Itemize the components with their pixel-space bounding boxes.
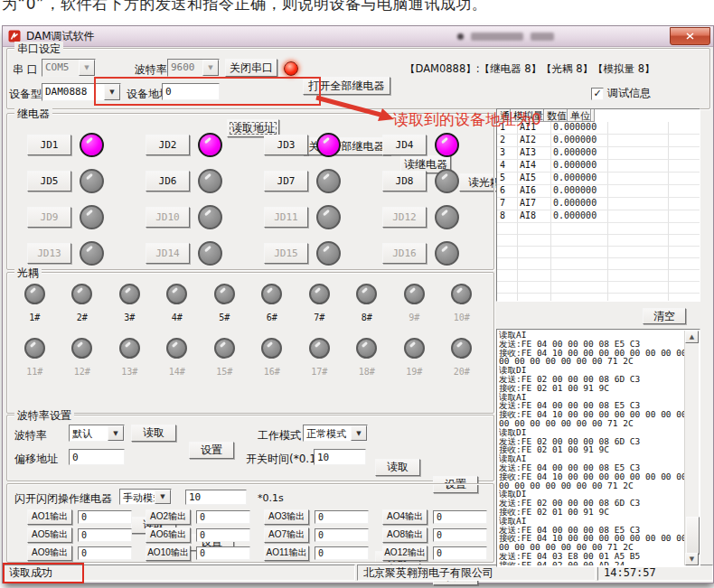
chevron-down-icon[interactable]: ▼	[108, 425, 124, 441]
work-mode-label: 工作模式	[258, 428, 301, 443]
baud-rate-label: 波特率	[135, 62, 167, 78]
analog-table-body: 1 AI1 0.000000 2 AI2 0.000000 3	[497, 122, 700, 223]
chevron-down-icon[interactable]: ▼	[155, 490, 171, 504]
ao-value-input[interactable]	[196, 528, 250, 542]
relay-button[interactable]: JD3	[264, 135, 308, 155]
ao-value-input[interactable]	[433, 546, 487, 560]
relay-button[interactable]: JD14	[146, 243, 190, 264]
opto-led-icon	[451, 284, 472, 304]
table-row[interactable]: 7 AI7 0.000000	[497, 198, 700, 210]
scrollbar-thumb[interactable]	[686, 517, 700, 555]
log-box[interactable]: 读取AI发送:FE 04 00 00 00 08 E5 C3接收:FE 04 1…	[496, 329, 700, 567]
baud-rate-select[interactable]: 9600 ▼	[167, 59, 220, 77]
opto-cell: 17#	[309, 338, 330, 392]
offset-address-input[interactable]	[69, 449, 125, 465]
ao-output-button[interactable]: AO1输出	[27, 509, 72, 525]
analog-table-header-cell[interactable]: 单位	[568, 109, 591, 122]
relay-button[interactable]: JD12	[382, 207, 427, 228]
relay-button[interactable]: JD10	[146, 207, 190, 228]
ao-output-button[interactable]: AO3输出	[264, 509, 309, 525]
clear-log-button[interactable]: 清空	[643, 308, 686, 324]
relay-button[interactable]: JD4	[382, 135, 427, 155]
ao-value-input[interactable]	[315, 546, 369, 560]
serial-port-select[interactable]: COM5 ▼	[42, 59, 96, 77]
opto-led-icon	[404, 338, 425, 359]
relay-led-icon	[80, 241, 104, 266]
value-cell: 0.000000	[550, 122, 607, 134]
table-row[interactable]: 2 AI2 0.000000	[497, 135, 700, 147]
group-baud-settings-label: 波特率设置	[14, 408, 74, 424]
relay-button[interactable]: JD8	[382, 171, 427, 191]
work-mode-select[interactable]: 正常模式 ▼	[303, 425, 368, 442]
opto-grid: 1# 2# 3# 4#	[11, 284, 485, 392]
ao-value-input[interactable]	[315, 528, 369, 542]
opto-cell: 15#	[214, 338, 235, 392]
relay-button[interactable]: JD9	[27, 207, 71, 228]
ao-output-button[interactable]: AO4输出	[382, 509, 427, 525]
relay-button[interactable]: JD2	[146, 135, 190, 155]
chevron-down-icon[interactable]: ▼	[79, 60, 95, 76]
analog-table-header-cell[interactable]	[591, 109, 595, 122]
opto-led-icon	[71, 284, 92, 304]
relay-led-icon	[435, 241, 459, 266]
ao-value-input[interactable]	[196, 546, 250, 560]
scroll-down-icon[interactable]: ▼	[685, 553, 699, 565]
log-scrollbar[interactable]: ▲ ▼	[684, 331, 699, 565]
flash-time-input[interactable]	[185, 490, 247, 505]
ao-output-button[interactable]: AO5输出	[27, 527, 72, 543]
relay-led-icon	[198, 133, 222, 157]
ao-value-input[interactable]	[78, 510, 132, 524]
opto-cell: 12#	[71, 338, 92, 392]
ao-output-button[interactable]: AO9输出	[27, 546, 72, 561]
table-row[interactable]: 4 AI4 0.000000	[497, 160, 700, 173]
ao-output-button[interactable]: AO11输出	[264, 546, 309, 561]
ao-value-input[interactable]	[196, 510, 250, 524]
ao-output-button[interactable]: AO2输出	[146, 509, 191, 525]
unit-cell	[607, 210, 668, 222]
checkbox-check-icon[interactable]: ✓	[591, 88, 604, 100]
scroll-up-icon[interactable]: ▲	[685, 331, 699, 343]
ao-output-button[interactable]: AO6输出	[146, 527, 191, 543]
channel-cell: 6	[497, 185, 517, 197]
ao-value-input[interactable]	[433, 528, 487, 542]
table-row[interactable]: 5 AI5 0.000000	[497, 173, 700, 185]
baud-setting-select[interactable]: 默认 ▼	[69, 425, 125, 442]
ao-cell: AO1输出	[27, 508, 146, 526]
chevron-down-icon[interactable]: ▼	[351, 425, 367, 441]
table-row[interactable]: 8 AI8 0.000000	[497, 210, 700, 223]
debug-info-checkbox[interactable]: ✓ 调试信息	[591, 86, 651, 101]
opto-channel-label: 1#	[29, 313, 40, 322]
relay-button[interactable]: JD5	[27, 171, 71, 191]
ao-value-input[interactable]	[315, 510, 369, 524]
relay-button[interactable]: JD15	[264, 243, 308, 264]
relay-button[interactable]: JD6	[146, 171, 190, 191]
channel-cell: 7	[497, 198, 517, 210]
analog-table-header-cell[interactable]: 数值	[544, 109, 568, 122]
relay-button[interactable]: JD16	[382, 243, 427, 264]
ao-output-button[interactable]: AO8输出	[382, 527, 427, 543]
relay-button[interactable]: JD11	[264, 207, 308, 228]
table-row[interactable]: 6 AI6 0.000000	[497, 185, 700, 198]
log-lines: 读取AI发送:FE 04 00 00 00 08 E5 C3接收:FE 04 1…	[499, 331, 684, 565]
ao-output-button[interactable]: AO7输出	[264, 527, 309, 543]
flash-mode-select[interactable]: 手动模式 ▼	[119, 489, 172, 505]
ao-value-input[interactable]	[78, 546, 132, 560]
relay-cell: JD15	[264, 235, 382, 271]
baud-read-button[interactable]: 读取	[131, 425, 176, 442]
close-button[interactable]	[670, 27, 710, 45]
table-row[interactable]: 3 AI3 0.000000	[497, 147, 700, 160]
ao-output-button[interactable]: AO12输出	[382, 546, 427, 561]
relay-button[interactable]: JD7	[264, 171, 308, 191]
chevron-down-icon[interactable]: ▼	[202, 60, 219, 76]
ao-value-input[interactable]	[78, 528, 132, 542]
ao-cell: AO12输出	[382, 544, 501, 562]
mode-read-button[interactable]: 读取	[375, 459, 420, 476]
switch-time-input[interactable]	[314, 449, 366, 465]
close-port-button[interactable]: 关闭串口	[225, 59, 277, 77]
relay-button[interactable]: JD13	[27, 243, 71, 264]
ao-value-input[interactable]	[433, 510, 487, 524]
relay-led-icon	[198, 241, 222, 266]
relay-button[interactable]: JD1	[27, 135, 71, 155]
ao-output-button[interactable]: AO10输出	[146, 546, 191, 561]
baud-set-button[interactable]: 设置	[189, 442, 234, 459]
